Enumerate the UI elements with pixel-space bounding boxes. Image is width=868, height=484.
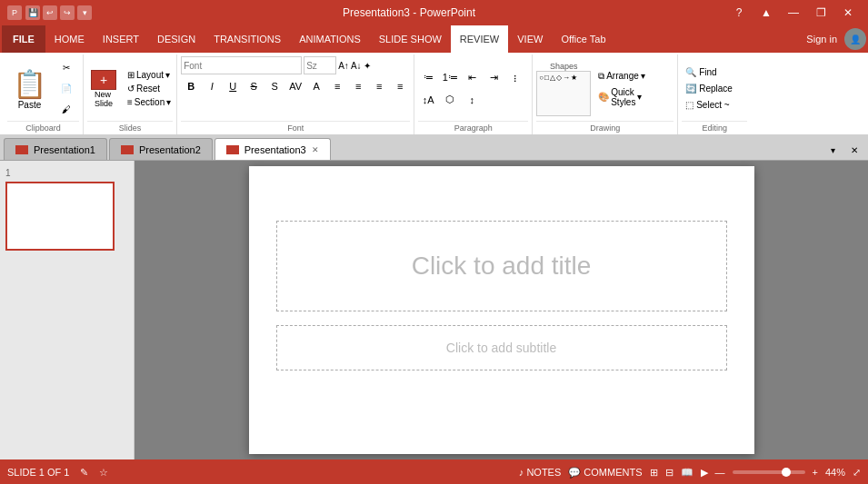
restore-button[interactable]: ❐ [808, 0, 833, 25]
title-bar-left: P 💾 ↩ ↪ ▾ [7, 5, 92, 20]
layout-icon: ⊞ [127, 70, 135, 80]
font-content: A↑ A↓ ✦ B I U S S AV A ≡ ≡ ≡ ≡ [181, 56, 410, 121]
transitions-menu[interactable]: TRANSITIONS [205, 25, 290, 53]
italic-button[interactable]: I [202, 76, 222, 96]
slides-content: + NewSlide ⊞ Layout ▾ ↺ Reset ≡ S [87, 56, 173, 121]
bold-button[interactable]: B [181, 76, 201, 96]
increase-font-button[interactable]: A↑ [338, 61, 349, 71]
zoom-slider[interactable] [733, 470, 805, 474]
replace-button[interactable]: 🔄 Replace [682, 82, 747, 95]
tab-presentation1[interactable]: Presentation1 [4, 138, 107, 160]
shapes-label: Shapes [550, 62, 578, 71]
tab-presentation3[interactable]: Presentation3 ✕ [215, 138, 331, 160]
office-tab-menu[interactable]: Office Tab [552, 25, 614, 53]
new-slide-label: NewSlide [95, 90, 113, 108]
design-menu[interactable]: DESIGN [148, 25, 205, 53]
redo-icon[interactable]: ↪ [60, 5, 75, 20]
find-button[interactable]: 🔍 Find [682, 65, 747, 79]
canvas-area: Click to add title Click to add subtitle [135, 161, 868, 459]
status-left: SLIDE 1 OF 1 ✎ ☆ [7, 467, 108, 479]
decrease-indent-button[interactable]: ⇤ [462, 68, 482, 88]
text-direction-button[interactable]: ↕A [418, 90, 438, 110]
convert-to-smartart-button[interactable]: ⬡ [440, 90, 460, 110]
paragraph-label: Paragraph [418, 121, 528, 133]
justify-button[interactable]: ≡ [390, 76, 410, 96]
title-placeholder[interactable]: Click to add title [276, 221, 727, 311]
numbering-button[interactable]: 1≔ [440, 68, 460, 88]
quick-styles-icon: 🎨 [598, 92, 609, 102]
para-buttons: ≔ 1≔ ⇤ ⇥ ⫶ ↕A ⬡ ↕ [418, 68, 525, 110]
columns-button[interactable]: ⫶ [505, 68, 525, 88]
text-shadow-button[interactable]: S [264, 76, 284, 96]
notes-button[interactable]: ♪ NOTES [519, 467, 561, 478]
slide-show-menu[interactable]: SLIDE SHOW [370, 25, 451, 53]
fit-slide-button[interactable]: ⤢ [853, 467, 861, 479]
home-menu[interactable]: HOME [45, 25, 94, 53]
para-spacing-button[interactable]: ↕ [462, 90, 482, 110]
quick-styles-button[interactable]: 🎨 QuickStyles ▾ [596, 86, 647, 108]
subtitle-placeholder[interactable]: Click to add subtitle [276, 325, 727, 370]
char-spacing-button[interactable]: AV [285, 76, 305, 96]
new-slide-button[interactable]: + NewSlide [87, 68, 120, 110]
comments-button[interactable]: 💬 COMMENTS [568, 467, 642, 479]
underline-button[interactable]: U [223, 76, 243, 96]
close-button[interactable]: ✕ [835, 0, 861, 25]
customize-icon[interactable]: ▾ [77, 5, 92, 20]
bullets-button[interactable]: ≔ [418, 68, 438, 88]
font-color-button[interactable]: A [306, 76, 326, 96]
tabs-close-button[interactable]: ✕ [844, 140, 864, 160]
layout-button[interactable]: ⊞ Layout ▾ [125, 69, 173, 81]
view-reading-button[interactable]: 📖 [681, 467, 693, 479]
tabs-scroll-button[interactable]: ▾ [823, 140, 843, 160]
clipboard-label: Clipboard [7, 121, 79, 133]
tab3-close-button[interactable]: ✕ [312, 145, 319, 154]
arrange-button[interactable]: ⧉ Arrange ▾ [596, 70, 647, 83]
sign-in-link[interactable]: Sign in [799, 34, 844, 44]
font-size-input[interactable] [304, 56, 336, 74]
undo-icon[interactable]: ↩ [43, 5, 57, 20]
minimize-button[interactable]: — [781, 0, 806, 25]
decrease-font-button[interactable]: A↓ [351, 61, 362, 71]
align-left-button[interactable]: ≡ [327, 76, 347, 96]
shapes-gallery[interactable]: ○□△ ◇→★ [536, 71, 591, 116]
insert-menu[interactable]: INSERT [94, 25, 148, 53]
paste-label: Paste [18, 100, 42, 110]
view-normal-button[interactable]: ⊞ [650, 467, 658, 479]
paste-button[interactable]: 📋 Paste [7, 66, 52, 112]
tabs-right-controls: ▾ ✕ [823, 140, 864, 160]
view-slideshow-button[interactable]: ▶ [701, 467, 708, 479]
quick-styles-label: QuickStyles [611, 87, 635, 107]
animations-menu[interactable]: ANIMATIONS [290, 25, 370, 53]
increase-indent-button[interactable]: ⇥ [484, 68, 504, 88]
view-slide-sorter-button[interactable]: ⊟ [665, 467, 673, 479]
file-menu[interactable]: FILE [2, 25, 45, 53]
align-right-button[interactable]: ≡ [369, 76, 389, 96]
help-button[interactable]: ? [726, 0, 752, 25]
save-icon[interactable]: 💾 [25, 5, 40, 20]
zoom-percent[interactable]: 44% [825, 467, 845, 478]
review-menu[interactable]: REVIEW [451, 25, 508, 53]
cut-button[interactable]: ✂ [54, 58, 79, 78]
slides-options: ⊞ Layout ▾ ↺ Reset ≡ Section ▾ [125, 69, 173, 108]
slide-canvas[interactable]: Click to add title Click to add subtitle [249, 166, 754, 454]
view-menu[interactable]: VIEW [508, 25, 552, 53]
format-painter-button[interactable]: 🖌 [54, 100, 79, 120]
window-title: Presentation3 - PowerPoint [343, 6, 475, 19]
tab-presentation2[interactable]: Presentation2 [109, 138, 213, 160]
strikethrough-button[interactable]: S [244, 76, 264, 96]
select-button[interactable]: ⬚ Select ~ [682, 98, 747, 112]
clear-format-button[interactable]: ✦ [364, 61, 371, 71]
font-name-row: A↑ A↓ ✦ [181, 56, 410, 74]
slide-thumbnail[interactable] [5, 182, 115, 251]
align-center-button[interactable]: ≡ [348, 76, 368, 96]
tab1-icon [15, 145, 28, 154]
section-button[interactable]: ≡ Section ▾ [125, 96, 173, 108]
copy-button[interactable]: 📄 [54, 79, 79, 99]
font-name-input[interactable] [181, 56, 302, 74]
zoom-in-button[interactable]: + [813, 467, 818, 478]
menu-bar-right: Sign in 👤 [799, 28, 866, 50]
reset-icon: ↺ [127, 84, 135, 94]
ribbon-collapse-button[interactable]: ▲ [753, 0, 779, 25]
zoom-out-button[interactable]: — [715, 467, 725, 478]
reset-button[interactable]: ↺ Reset [125, 83, 173, 94]
